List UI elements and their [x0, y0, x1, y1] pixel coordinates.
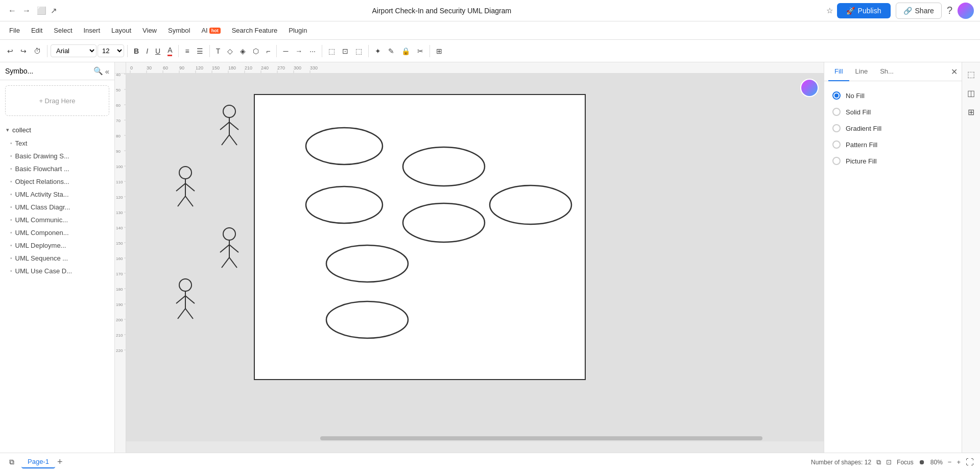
menu-insert[interactable]: Insert — [79, 25, 106, 36]
menu-ai[interactable]: AI hot — [196, 25, 225, 36]
line-style-button[interactable]: ─ — [280, 45, 291, 57]
fill-option-pattern[interactable]: Pattern Fill — [830, 136, 955, 153]
magic-button[interactable]: ✦ — [372, 45, 384, 57]
layers-toggle-button[interactable]: ⧉ — [876, 458, 881, 466]
toolbar: ↩ ↪ ⏱ Arial 12 B I U A ≡ ☰ T ◇ ◈ ⬡ ⌐ ─ →… — [0, 40, 980, 62]
font-family-select[interactable]: Arial — [51, 44, 97, 57]
page-tab-1[interactable]: Page-1 — [21, 456, 55, 468]
forward-icon[interactable]: → — [20, 4, 33, 17]
svg-line-79 — [229, 245, 238, 252]
history-button[interactable]: ⏱ — [31, 45, 44, 57]
record-button[interactable]: ⏺ — [919, 458, 925, 466]
tab-fill[interactable]: Fill — [828, 62, 849, 81]
arrow-button[interactable]: → — [292, 45, 305, 57]
menu-select[interactable]: Select — [49, 25, 77, 36]
sidebar-item-object-relations[interactable]: • Object Relations... — [0, 175, 114, 188]
drag-here-area[interactable]: + Drag Here — [5, 85, 109, 116]
bold-button[interactable]: B — [131, 45, 142, 57]
menu-edit[interactable]: Edit — [26, 25, 47, 36]
canvas-content[interactable] — [126, 74, 824, 441]
edit3-button[interactable]: ✎ — [385, 45, 397, 57]
sidebar-item-uml-deployme[interactable]: • UML Deployme... — [0, 239, 114, 252]
separator — [178, 45, 179, 57]
sidebar-search-button[interactable]: 🔍 — [93, 66, 103, 76]
table-button[interactable]: ⊞ — [433, 45, 445, 57]
lock-button[interactable]: 🔒 — [398, 45, 413, 57]
back-icon[interactable]: ← — [6, 4, 18, 17]
sidebar-collapse-button[interactable]: « — [105, 66, 109, 76]
svg-line-69 — [229, 135, 237, 145]
panel-close-button[interactable]: ✕ — [951, 67, 958, 77]
sidebar-item-text[interactable]: • Text — [0, 137, 114, 150]
horizontal-scrollbar[interactable] — [126, 435, 824, 441]
fill-option-solid[interactable]: Solid Fill — [830, 104, 955, 120]
external-link-icon[interactable]: ↗ — [51, 6, 57, 15]
canvas-area[interactable]: 0306090120150180210240270300330 40506070… — [115, 62, 824, 453]
svg-text:150: 150 — [212, 65, 220, 70]
tab-shape[interactable]: Sh... — [874, 62, 900, 81]
menu-file[interactable]: File — [4, 25, 25, 36]
panel-icon-button-2[interactable]: ◫ — [964, 85, 978, 101]
fill-option-no-fill[interactable]: No Fill — [830, 87, 955, 104]
edit2-button[interactable]: ⊡ — [339, 45, 351, 57]
sidebar-item-uml-class[interactable]: • UML Class Diagr... — [0, 201, 114, 214]
underline-button[interactable]: U — [152, 45, 163, 57]
diagram-canvas[interactable] — [254, 94, 586, 380]
svg-line-67 — [229, 122, 238, 130]
menu-view[interactable]: View — [137, 25, 162, 36]
share-button[interactable]: 🔗 Share — [896, 3, 942, 19]
zoom-in-button[interactable]: + — [957, 458, 961, 466]
sidebar-item-uml-usecase[interactable]: • UML Use Case D... — [0, 265, 114, 277]
container-button[interactable]: ⬚ — [325, 45, 338, 57]
zoom-out-button[interactable]: − — [948, 458, 952, 466]
sidebar-item-basic-drawing[interactable]: • Basic Drawing S... — [0, 150, 114, 162]
text-button[interactable]: T — [213, 45, 224, 57]
svg-point-94 — [490, 185, 571, 224]
sidebar-item-uml-sequence[interactable]: • UML Sequence ... — [0, 252, 114, 265]
align2-button[interactable]: ☰ — [194, 45, 206, 57]
font-color-button[interactable]: A — [164, 44, 175, 58]
svg-text:180: 180 — [228, 65, 236, 70]
fill-option-gradient[interactable]: Gradient Fill — [830, 120, 955, 136]
line-color-button[interactable]: ⬡ — [250, 45, 262, 57]
star-icon[interactable]: ☆ — [826, 6, 833, 15]
fit-page-button[interactable]: ⊡ — [886, 458, 892, 466]
shape-button[interactable]: ◇ — [224, 45, 236, 57]
fill-option-picture[interactable]: Picture Fill — [830, 153, 955, 169]
fullscreen-button[interactable]: ⛶ — [966, 458, 974, 467]
sidebar-item-uml-componen[interactable]: • UML Componen... — [0, 226, 114, 239]
sidebar-item-uml-communic[interactable]: • UML Communic... — [0, 214, 114, 226]
sidebar-item-basic-flowchart[interactable]: • Basic Flowchart ... — [0, 162, 114, 175]
panel-icon-button-3[interactable]: ⊞ — [965, 104, 977, 120]
fill-label-pattern: Pattern Fill — [846, 141, 877, 149]
italic-button[interactable]: I — [143, 45, 151, 57]
align-button[interactable]: ≡ — [182, 45, 192, 57]
svg-point-92 — [403, 147, 485, 186]
cut-button[interactable]: ✂ — [414, 45, 426, 57]
panel-icon-button-1[interactable]: ⬚ — [964, 66, 978, 82]
page-button[interactable]: ⬚ — [352, 45, 365, 57]
menu-layout[interactable]: Layout — [106, 25, 136, 36]
tab-line[interactable]: Line — [849, 62, 874, 81]
sidebar-item-label: Text — [15, 139, 28, 147]
menu-search-feature[interactable]: Search Feature — [227, 25, 283, 36]
menu-plugin[interactable]: Plugin — [283, 25, 312, 36]
waypoint-button[interactable]: ··· — [306, 45, 319, 57]
publish-button[interactable]: 🚀 Publish — [837, 3, 891, 18]
avatar[interactable] — [958, 3, 974, 19]
svg-text:210: 210 — [245, 65, 252, 70]
undo-button[interactable]: ↩ — [4, 45, 16, 57]
add-page-button[interactable]: + — [57, 457, 63, 467]
sidebar-item-uml-activity[interactable]: • UML Activity Sta... — [0, 188, 114, 201]
font-size-select[interactable]: 12 — [98, 44, 124, 57]
sidebar-group-collect[interactable]: ▾ collect — [0, 123, 114, 137]
fill-color-button[interactable]: ◈ — [237, 45, 249, 57]
connector-button[interactable]: ⌐ — [263, 45, 273, 57]
tab-icon[interactable]: ⬜ — [37, 6, 46, 15]
redo-button[interactable]: ↪ — [17, 45, 30, 57]
panel-side-icons: ⬚ ◫ ⊞ — [962, 62, 980, 453]
layers-button[interactable]: ⧉ — [6, 456, 17, 468]
scrollbar-thumb[interactable] — [320, 436, 762, 440]
menu-symbol[interactable]: Symbol — [163, 25, 195, 36]
help-button[interactable]: ? — [947, 5, 952, 16]
